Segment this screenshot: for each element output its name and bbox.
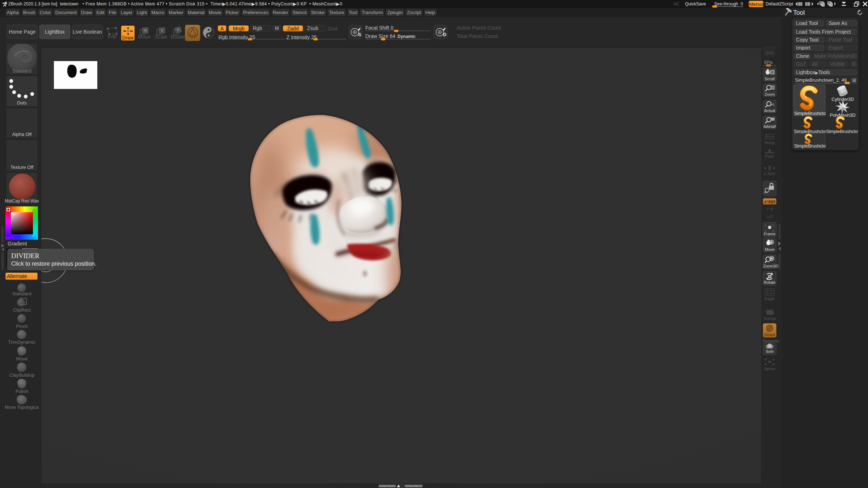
svg-text:S: S <box>358 32 361 37</box>
svg-text:S: S <box>161 28 163 33</box>
svg-text:↖: ↖ <box>765 224 766 227</box>
svg-text:D: D <box>443 32 446 37</box>
svg-text:↗: ↗ <box>772 224 774 227</box>
svg-text:M: M <box>144 28 147 33</box>
svg-text:x1: x1 <box>771 103 775 106</box>
